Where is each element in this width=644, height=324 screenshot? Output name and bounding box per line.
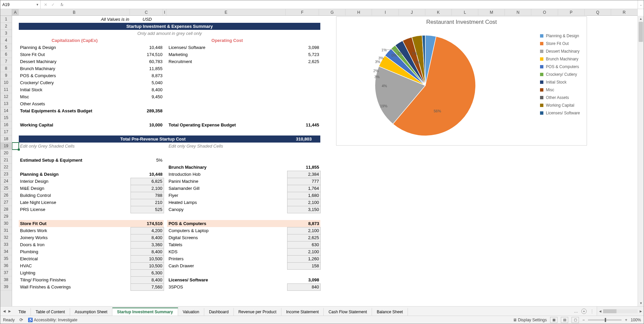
chevron-down-icon[interactable]: ▼ [36, 3, 39, 6]
column-headers[interactable]: ABCIEFGHIJKLMNOPQR [12, 9, 638, 16]
column-header[interactable]: N [505, 9, 531, 15]
column-header[interactable]: R [611, 9, 638, 15]
row-header[interactable]: 23 [0, 171, 12, 178]
new-sheet-icon[interactable]: + [581, 309, 587, 314]
column-header[interactable]: I [163, 9, 166, 15]
row-header[interactable]: 13 [0, 100, 12, 107]
row-header[interactable]: 32 [0, 234, 12, 241]
column-header[interactable]: J [399, 9, 425, 15]
scroll-up-icon[interactable]: ▲ [638, 16, 644, 22]
zoom-slider[interactable] [588, 319, 622, 321]
row-header[interactable]: 4 [0, 37, 12, 44]
column-header[interactable]: A [12, 9, 19, 15]
formula-expand-icon[interactable]: ⌄ [638, 0, 644, 9]
zoom-out-icon[interactable]: − [582, 318, 585, 322]
row-header[interactable]: 19 [0, 143, 12, 150]
row-header[interactable]: 34 [0, 248, 12, 255]
vertical-scrollbar[interactable]: ▲ ▼ [638, 16, 644, 306]
horizontal-scrollbar[interactable]: ◀ ▶ [597, 307, 644, 316]
row-header[interactable]: 26 [0, 192, 12, 199]
page-layout-view-icon[interactable]: ▤ [561, 317, 568, 323]
row-header[interactable]: 3 [0, 30, 12, 37]
row-header[interactable]: 27 [0, 199, 12, 206]
sheet-tab[interactable]: Revenue per Product [234, 308, 281, 316]
sheet-tab[interactable]: Table of Content [31, 308, 70, 316]
name-box-input[interactable] [2, 2, 29, 7]
row-headers[interactable]: 1234567891011121314151617181920212223242… [0, 16, 12, 306]
select-all-corner[interactable] [0, 9, 12, 16]
tab-resize-icon[interactable]: ⋮ [590, 309, 594, 314]
row-header[interactable]: 6 [0, 51, 12, 58]
column-header[interactable]: M [478, 9, 505, 15]
row-header[interactable]: 10 [0, 79, 12, 86]
row-header[interactable]: 12 [0, 93, 12, 100]
row-header[interactable]: 5 [0, 44, 12, 51]
sheet-tab[interactable]: Income Statement [281, 308, 324, 316]
row-header[interactable]: 30 [0, 220, 12, 227]
row-header[interactable]: 16 [0, 121, 12, 128]
sheet-tab[interactable]: Balance Sheet [372, 308, 408, 316]
row-header[interactable]: 31 [0, 227, 12, 234]
scroll-down-icon[interactable]: ▼ [638, 300, 644, 306]
column-header[interactable]: I [372, 9, 398, 15]
row-header[interactable]: 37 [0, 269, 12, 276]
formula-input[interactable] [67, 2, 638, 7]
row-header[interactable]: 36 [0, 262, 12, 269]
row-header[interactable]: 25 [0, 185, 12, 192]
column-header[interactable]: Q [585, 9, 611, 15]
row-header[interactable]: 38 [0, 276, 12, 283]
row-header[interactable]: 11 [0, 86, 12, 93]
cancel-icon[interactable]: ✕ [44, 2, 47, 7]
scroll-right-icon[interactable]: ▶ [638, 310, 644, 313]
accessibility-status[interactable]: Accessibility: Investigate [28, 318, 77, 322]
refresh-icon[interactable] [19, 317, 23, 322]
row-header[interactable]: 33 [0, 241, 12, 248]
column-header[interactable]: H [345, 9, 372, 15]
column-header[interactable]: O [531, 9, 558, 15]
column-header[interactable]: L [452, 9, 478, 15]
row-header[interactable]: 15 [0, 114, 12, 121]
scroll-left-icon[interactable]: ◀ [597, 310, 603, 313]
sheet-tab[interactable]: Startup Investment Summary [112, 308, 178, 316]
row-header[interactable]: 21 [0, 157, 12, 164]
name-box[interactable]: ▼ [0, 0, 41, 9]
row-header[interactable]: 20 [0, 150, 12, 157]
tab-first-icon[interactable]: ◀ [3, 309, 6, 313]
row-header[interactable]: 2 [0, 23, 12, 30]
sheet-tab[interactable]: Title [14, 308, 31, 316]
column-header[interactable]: F [286, 9, 319, 15]
confirm-icon[interactable]: ✓ [51, 2, 55, 7]
row-header[interactable]: 28 [0, 206, 12, 213]
tab-prev-icon[interactable]: ▶ [8, 309, 11, 313]
fx-icon[interactable]: fx [61, 2, 63, 7]
sheet-tab[interactable]: Cash Flow Statement [324, 308, 372, 316]
column-header[interactable]: B [19, 9, 130, 15]
row-header[interactable]: 17 [0, 128, 12, 136]
column-header[interactable]: C [130, 9, 163, 15]
tab-more-icon[interactable]: … [574, 309, 578, 314]
column-header[interactable]: G [319, 9, 345, 15]
zoom-level[interactable]: 100% [631, 318, 641, 322]
sheet-tab[interactable]: Dashboard [204, 308, 234, 316]
row-header[interactable]: 39 [0, 283, 12, 290]
column-header[interactable]: P [558, 9, 585, 15]
sheet-tab[interactable]: Assumption Sheet [70, 308, 112, 316]
row-header[interactable]: 29 [0, 213, 12, 220]
sheet-tab[interactable]: Valuation [178, 308, 204, 316]
scroll-thumb[interactable] [639, 22, 643, 42]
row-header[interactable]: 7 [0, 58, 12, 65]
pie-chart[interactable]: Restaurant Investment Cost 56% 19% 4% 3%… [336, 16, 587, 146]
row-header[interactable]: 24 [0, 178, 12, 185]
row-header[interactable]: 9 [0, 72, 12, 79]
row-header[interactable]: 18 [0, 136, 12, 143]
column-header[interactable]: K [425, 9, 452, 15]
column-header[interactable]: E [166, 9, 286, 15]
hscroll-thumb[interactable] [603, 309, 616, 313]
row-header[interactable]: 35 [0, 255, 12, 262]
row-header[interactable]: 1 [0, 16, 12, 23]
row-header[interactable]: 8 [0, 65, 12, 72]
row-header[interactable]: 14 [0, 107, 12, 114]
cells-area[interactable]: All Values is inUSDStartup Investment & … [12, 16, 638, 306]
page-break-view-icon[interactable]: ▢ [572, 317, 579, 323]
row-header[interactable]: 22 [0, 164, 12, 171]
